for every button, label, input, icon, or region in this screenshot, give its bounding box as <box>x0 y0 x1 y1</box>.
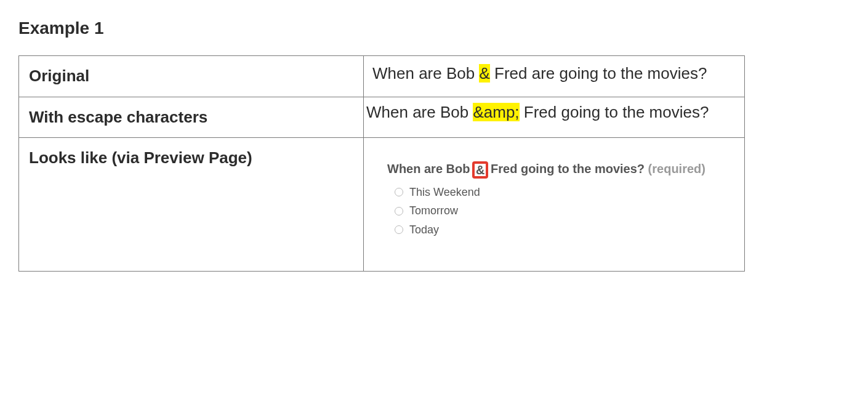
radio-icon[interactable] <box>395 207 403 216</box>
text-after: Fred going to the movies? <box>520 103 709 121</box>
table-row: With escape characters When are Bob &amp… <box>19 97 745 138</box>
list-item[interactable]: This Weekend <box>395 184 721 200</box>
row-value-preview: When are Bob & Fred going to the movies?… <box>364 138 745 271</box>
highlight-ampersand: & <box>479 64 489 83</box>
row-label-escaped: With escape characters <box>19 97 364 138</box>
red-callout-box: & <box>472 161 488 179</box>
radio-icon[interactable] <box>395 225 403 234</box>
option-label: Today <box>409 222 439 238</box>
table-row: Original When are Bob & Fred are going t… <box>19 56 745 97</box>
preview-question: When are Bob & Fred going to the movies?… <box>387 160 721 178</box>
preview-block: When are Bob & Fred going to the movies?… <box>372 144 736 264</box>
section-title: Example 1 <box>18 18 850 38</box>
question-after: Fred going to the movies? <box>491 162 645 175</box>
list-item[interactable]: Today <box>395 222 721 238</box>
row-value-escaped: When are Bob &amp; Fred going to the mov… <box>364 97 745 138</box>
text-before: When are Bob <box>366 103 473 121</box>
row-label-original: Original <box>19 56 364 97</box>
option-label: This Weekend <box>409 184 480 200</box>
radio-icon[interactable] <box>395 188 403 196</box>
highlight-escape-sequence: &amp; <box>473 103 519 121</box>
list-item[interactable]: Tomorrow <box>395 203 721 219</box>
required-label: (required) <box>648 162 705 175</box>
question-before: When are Bob <box>387 162 470 175</box>
example-table: Original When are Bob & Fred are going t… <box>18 55 745 272</box>
preview-options: This Weekend Tomorrow Today <box>387 184 721 237</box>
option-label: Tomorrow <box>409 203 458 219</box>
text-before: When are Bob <box>372 64 479 83</box>
row-label-preview: Looks like (via Preview Page) <box>19 138 364 271</box>
table-row: Looks like (via Preview Page) When are B… <box>19 138 745 271</box>
text-after: Fred are going to the movies? <box>490 64 707 83</box>
row-value-original: When are Bob & Fred are going to the mov… <box>364 56 745 97</box>
